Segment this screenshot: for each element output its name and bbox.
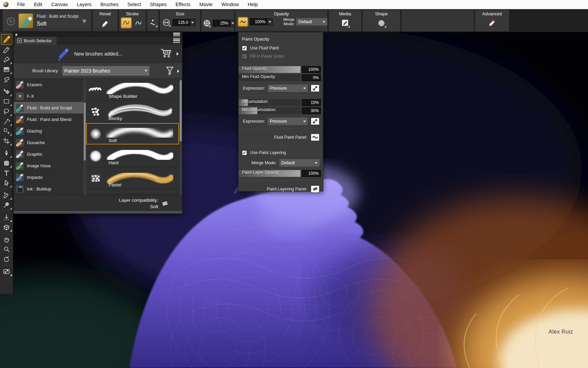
min-accumulation-value[interactable]: 30% [302, 107, 321, 114]
variant-blocky[interactable]: Blocky [86, 101, 179, 122]
category-ink-buildup[interactable]: Ink : Buildup [14, 183, 86, 195]
expression1-dropdown[interactable]: Pressure [268, 85, 308, 92]
mirror-painting-tool[interactable] [1, 212, 12, 222]
layer-adjuster-tool[interactable] [1, 87, 12, 96]
category-f-x[interactable]: ★ F-X [14, 90, 86, 102]
accumulation-value[interactable]: 15% [302, 99, 321, 106]
banner-expand-icon[interactable] [177, 52, 179, 56]
category-impasto[interactable]: Impasto [14, 171, 86, 183]
use-fluid-paint-checkbox[interactable]: ✓ [242, 46, 247, 51]
transform-tool[interactable] [1, 126, 12, 136]
brush-thumbnail[interactable] [18, 13, 33, 28]
expression2-settings-icon[interactable] [311, 118, 320, 125]
size-icon[interactable] [162, 18, 171, 27]
brush-library-dropdown[interactable]: Painter 2023 Brushes [62, 66, 149, 76]
menu-canvas[interactable]: Canvas [47, 0, 72, 9]
lasso-tool[interactable] [1, 106, 12, 116]
cart-icon[interactable] [160, 48, 172, 60]
menu-movie[interactable]: Movie [195, 0, 217, 9]
category-scrollbar[interactable] [83, 79, 86, 195]
freehand-stroke-button[interactable] [121, 18, 131, 28]
variant-shape-builder[interactable]: Shape Builder [86, 79, 179, 100]
eraser-tool[interactable] [1, 74, 12, 84]
use-paint-layering-checkbox[interactable]: ✓ [242, 150, 247, 155]
grain-icon[interactable] [203, 19, 211, 28]
menu-select[interactable]: Select [123, 0, 145, 9]
fluid-opacity-value[interactable]: 100% [302, 66, 321, 73]
variant-pastel[interactable]: Pastel [86, 167, 179, 189]
favorite-heart-icon[interactable]: ♥ [82, 17, 86, 26]
category-image-hose[interactable]: Image Hose [14, 160, 86, 171]
advanced-brush-icon[interactable] [487, 18, 497, 28]
magic-wand-tool[interactable] [1, 116, 12, 126]
grain-value-control[interactable]: 25% [213, 20, 235, 27]
menu-brushes[interactable]: Brushes [96, 0, 123, 9]
media-icon[interactable] [340, 18, 350, 28]
close-panel-icon[interactable]: ✕ [17, 39, 22, 43]
variant-soft[interactable]: Soft [86, 123, 179, 144]
brush-tool[interactable] [1, 34, 12, 45]
paint-layer-opacity-value[interactable]: 100% [302, 170, 321, 177]
variant-hard[interactable]: Hard [86, 145, 179, 167]
variant-scrollbar[interactable] [179, 79, 182, 195]
text-tool[interactable] [1, 168, 12, 178]
category-fluid-build-and-sculpt[interactable]: Fluid : Build and Sculpt [14, 102, 86, 113]
min-fluid-opacity-slider-row[interactable]: Min Fluid Opacity: 0% [239, 74, 323, 81]
menu-shapes[interactable]: Shapes [146, 0, 171, 9]
category-gouache[interactable]: Gouache [14, 137, 86, 148]
shape-icon[interactable] [376, 18, 387, 28]
panel-options-icon[interactable] [173, 39, 180, 43]
grain-dropdown-button[interactable] [230, 20, 235, 27]
navigator-tool[interactable] [1, 266, 12, 276]
pen-tool[interactable] [1, 148, 12, 158]
paint-layering-panel-button[interactable] [311, 185, 320, 193]
rotate-page-tool[interactable] [1, 254, 12, 264]
menu-help[interactable]: Help [243, 0, 262, 9]
opacity-value-control[interactable]: 100% [250, 18, 273, 25]
new-brushes-banner[interactable]: New brushes added... [14, 45, 182, 63]
category-fluid-paint-and-blend[interactable]: Fluid : Paint and Blend [14, 113, 86, 125]
panel-resize-handle[interactable] [14, 211, 182, 214]
filter-expand-icon[interactable] [177, 70, 179, 73]
variant-partial-next[interactable] [86, 189, 179, 194]
merge-mode-dropdown[interactable]: Default [296, 18, 327, 26]
paint-layer-opacity-slider-row[interactable]: Paint Layer Opacity: 100% [239, 170, 323, 177]
opacity-dropdown-button[interactable] [267, 18, 273, 25]
rectangle-shape-tool[interactable] [1, 158, 12, 168]
straight-line-stroke-button[interactable] [133, 18, 144, 28]
rectangular-selection-tool[interactable] [1, 96, 12, 106]
expression2-dropdown[interactable]: Pressure [268, 118, 308, 125]
dropper-tool[interactable] [1, 45, 12, 55]
crop-tool[interactable] [1, 136, 12, 146]
panel-merge-mode-dropdown[interactable]: Default [279, 159, 320, 167]
reset-brush-button[interactable] [100, 18, 110, 29]
size-value-control[interactable]: 125.0 [173, 19, 195, 26]
fluid-opacity-slider-row[interactable]: Fluid Opacity: 100% [239, 66, 323, 73]
menu-effects[interactable]: Effects [171, 0, 195, 9]
panel-dock-strip[interactable] [14, 32, 182, 37]
min-accumulation-slider-row[interactable]: Min Accumulation: 30% [239, 107, 323, 114]
opacity-flyout-button[interactable] [238, 17, 248, 26]
fluid-paint-panel-button[interactable] [311, 134, 320, 141]
shape-selection-tool[interactable] [1, 178, 12, 188]
menu-edit[interactable]: Edit [29, 0, 47, 9]
gradient-tool[interactable] [1, 64, 12, 74]
menu-layers[interactable]: Layers [72, 0, 96, 9]
menu-file[interactable]: File [13, 0, 29, 9]
reset-rotation-icon[interactable]: ↻ [7, 17, 15, 26]
magnifier-tool[interactable] [1, 244, 12, 254]
rubber-stamp-tool[interactable] [1, 200, 12, 210]
cloner-tool[interactable] [1, 190, 12, 200]
tab-brush-selector[interactable]: ✕ Brush Selector [15, 37, 56, 45]
paint-bucket-tool[interactable] [1, 55, 12, 64]
category-glazing[interactable]: Glazing [14, 125, 86, 137]
use-paint-layering-row[interactable]: ✓ Use Paint Layering [242, 150, 320, 156]
stroke-jitter-icon[interactable] [148, 17, 158, 28]
category-erasers[interactable]: Erasers [14, 79, 86, 90]
filter-icon[interactable] [166, 66, 174, 77]
size-dropdown-button[interactable] [190, 19, 195, 26]
grabber-hand-tool[interactable] [1, 234, 12, 244]
use-fluid-paint-row[interactable]: ✓ Use Fluid Paint [242, 45, 320, 51]
menu-window[interactable]: Window [217, 0, 244, 9]
expression1-settings-icon[interactable] [311, 85, 320, 92]
